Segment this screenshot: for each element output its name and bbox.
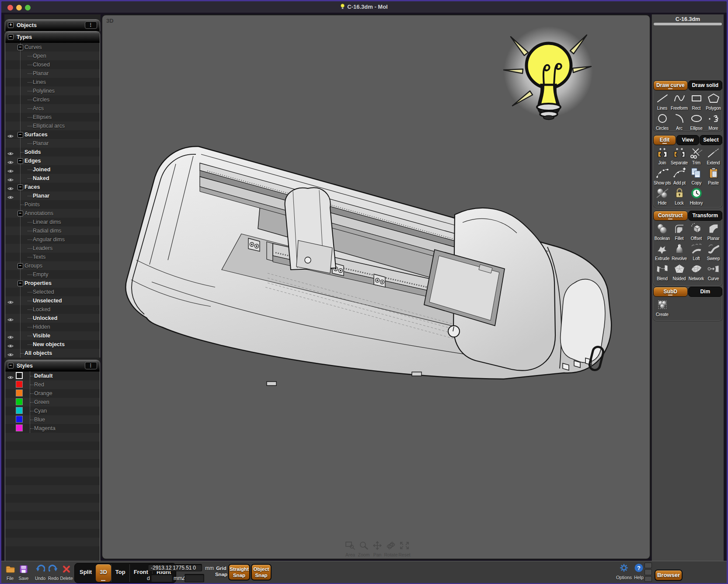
tree-item-unselected[interactable]: Unselected: [5, 296, 100, 305]
straight-snap-toggle[interactable]: StraightSnap: [228, 564, 250, 581]
tree-item-texts[interactable]: Texts: [5, 253, 100, 261]
tree-item-locked[interactable]: Locked: [5, 305, 100, 314]
collapse-icon[interactable]: −: [8, 363, 14, 368]
command-options-bar[interactable]: [654, 23, 722, 25]
tree-item-ellipses[interactable]: Ellipses: [5, 113, 100, 122]
collapse-icon[interactable]: −: [17, 263, 23, 269]
tool-copy-button[interactable]: Copy: [688, 167, 705, 187]
styles-menu-icon[interactable]: ⋮: [85, 362, 97, 369]
tool-rect-button[interactable]: Rect: [688, 92, 705, 112]
style-item-magenta[interactable]: Magenta: [5, 424, 100, 433]
tool-hide-button[interactable]: Hide: [654, 187, 671, 207]
tool-nsided-button[interactable]: Nsided: [671, 262, 688, 282]
collapse-icon[interactable]: −: [17, 211, 23, 216]
tree-item-naked[interactable]: Naked: [5, 174, 100, 183]
tab-construct[interactable]: Construct: [653, 211, 688, 221]
tool-revolve-button[interactable]: Revolve: [671, 242, 688, 262]
tab-view[interactable]: View: [676, 135, 699, 145]
style-item-cyan[interactable]: Cyan: [5, 407, 100, 415]
tool-offset-button[interactable]: Offset: [688, 222, 705, 242]
coordinates-field[interactable]: -2913.12 1775.51 0: [148, 564, 202, 571]
tool-polygon-button[interactable]: Polygon: [705, 92, 722, 112]
tree-item-visible[interactable]: Visible: [5, 331, 100, 340]
delete-button[interactable]: Delete: [58, 564, 75, 581]
tool-create-button[interactable]: Create: [654, 298, 671, 318]
tree-item-planar[interactable]: Planar: [5, 139, 100, 148]
angle-input[interactable]: [185, 574, 204, 582]
tree-item-annotations[interactable]: −Annotations: [5, 209, 100, 218]
tree-item-planar[interactable]: Planar: [5, 69, 100, 78]
tree-item-circles[interactable]: Circles: [5, 95, 100, 104]
vinyl-cutter-3d-model[interactable]: [110, 129, 617, 391]
tree-item-empty[interactable]: Empty: [5, 270, 100, 279]
tree-item-edges[interactable]: −Edges: [5, 156, 100, 165]
tree-item-angular-dims[interactable]: Angular dims: [5, 235, 100, 244]
tree-item-unlocked[interactable]: Unlocked: [5, 314, 100, 323]
tree-item-groups[interactable]: −Groups: [5, 261, 100, 270]
tree-item-all-objects[interactable]: All objects: [5, 349, 100, 358]
collapse-icon[interactable]: −: [17, 184, 23, 190]
style-color-swatch[interactable]: [16, 398, 23, 405]
tree-item-solids[interactable]: Solids: [5, 148, 100, 156]
objects-panel-header[interactable]: + Objects ⋮: [5, 20, 100, 31]
tool-history-button[interactable]: History: [688, 187, 705, 207]
collapse-icon[interactable]: −: [17, 45, 23, 50]
tool-loft-button[interactable]: Loft: [688, 242, 705, 262]
tree-item-elliptical-arcs[interactable]: Elliptical arcs: [5, 122, 100, 130]
tree-item-closed[interactable]: Closed: [5, 60, 100, 69]
tool-join-button[interactable]: Join: [654, 146, 671, 167]
tab-select[interactable]: Select: [700, 135, 722, 145]
tree-item-hidden[interactable]: Hidden: [5, 323, 100, 331]
tool-separate-button[interactable]: Separate: [671, 146, 688, 167]
collapse-icon[interactable]: −: [17, 132, 23, 138]
visibility-eye-icon[interactable]: [7, 351, 14, 358]
expand-icon[interactable]: +: [8, 22, 14, 28]
tool-lock-button[interactable]: Lock: [671, 187, 688, 207]
tool-arc-button[interactable]: Arc: [671, 112, 688, 132]
style-item-blue[interactable]: Blue: [5, 415, 100, 424]
tree-item-linear-dims[interactable]: Linear dims: [5, 218, 100, 226]
tool-curve-button[interactable]: Curve: [705, 262, 722, 282]
tool-ellipse-button[interactable]: Ellipse: [688, 112, 705, 132]
tool-sweep-button[interactable]: Sweep: [705, 242, 722, 262]
tab-draw-curve[interactable]: Draw curve: [653, 80, 688, 90]
tab-subd[interactable]: SubD: [653, 287, 688, 297]
style-color-swatch[interactable]: [16, 407, 23, 414]
style-color-swatch[interactable]: [16, 381, 23, 388]
viewport-pan-tool[interactable]: Pan: [371, 541, 384, 557]
tree-item-planar[interactable]: Planar: [5, 191, 100, 200]
viewport-area-tool[interactable]: Area: [344, 541, 357, 557]
tree-item-new-objects[interactable]: New objects: [5, 340, 100, 349]
style-item-green[interactable]: Green: [5, 398, 100, 407]
style-item-red[interactable]: Red: [5, 380, 100, 389]
tool-more-button[interactable]: More: [705, 112, 722, 132]
tab-dim[interactable]: Dim: [688, 287, 723, 297]
viewport-reset-tool[interactable]: Reset: [398, 541, 411, 557]
browser-button[interactable]: Browser: [655, 570, 683, 581]
tool-blend-button[interactable]: Blend: [654, 262, 671, 282]
tool-boolean-button[interactable]: Boolean: [654, 222, 671, 242]
tree-item-joined[interactable]: Joined: [5, 165, 100, 174]
tool-planar-button[interactable]: Planar: [705, 222, 722, 242]
collapse-icon[interactable]: −: [17, 158, 23, 164]
tree-item-points[interactable]: Points: [5, 200, 100, 209]
tree-item-polylines[interactable]: Polylines: [5, 87, 100, 95]
tool-extend-button[interactable]: Extend: [705, 146, 722, 167]
viewport-zoom-tool[interactable]: Zoom: [357, 541, 370, 557]
tool-freeform-button[interactable]: Freeform: [671, 92, 688, 112]
collapse-icon[interactable]: −: [8, 34, 14, 40]
types-panel-header[interactable]: − Types: [5, 31, 100, 43]
viewport-rotate-tool[interactable]: Rotate: [384, 541, 397, 557]
tree-item-curves[interactable]: −Curves: [5, 43, 100, 52]
tool-paste-button[interactable]: Paste: [705, 167, 722, 187]
style-color-swatch[interactable]: [16, 416, 23, 423]
tree-item-arcs[interactable]: Arcs: [5, 104, 100, 113]
tool-lines-button[interactable]: Lines: [654, 92, 671, 112]
tool-add-pt-button[interactable]: Add pt: [671, 167, 688, 187]
tree-item-surfaces[interactable]: −Surfaces: [5, 130, 100, 139]
tree-item-lines[interactable]: Lines: [5, 78, 100, 87]
style-item-orange[interactable]: Orange: [5, 389, 100, 398]
style-color-swatch[interactable]: [16, 424, 23, 431]
tool-fillet-button[interactable]: Fillet: [671, 222, 688, 242]
tree-item-properties[interactable]: −Properties: [5, 279, 100, 288]
